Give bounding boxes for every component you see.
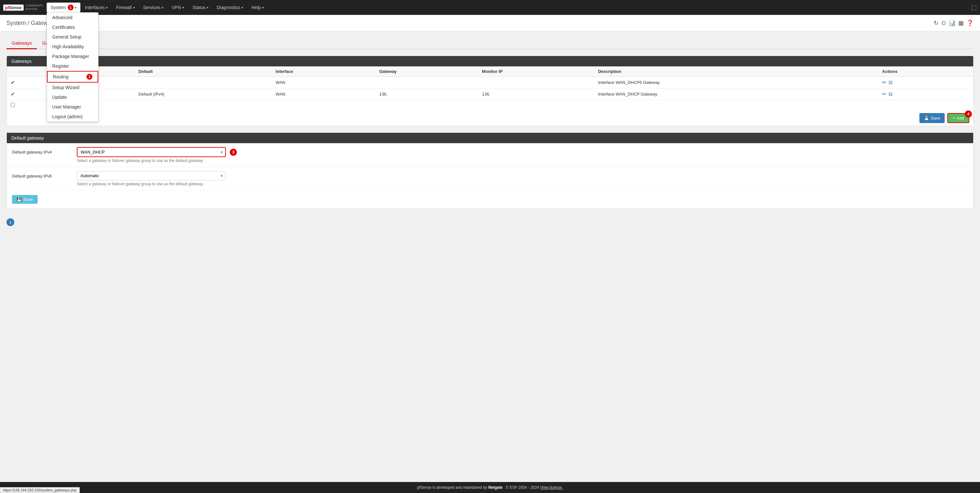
nav-menu: System 1 ▾ Advanced Certificates General… xyxy=(47,3,971,12)
firewall-label: Firewall xyxy=(116,5,132,10)
nav-item-status[interactable]: Status ▾ xyxy=(189,3,212,12)
circle-icon[interactable]: ⊙ xyxy=(941,19,946,27)
info-circle[interactable]: i xyxy=(6,218,14,226)
firewall-caret: ▾ xyxy=(133,6,135,10)
breadcrumb-separator: / xyxy=(27,20,31,26)
row2-edit-icon[interactable]: ✏ xyxy=(882,91,886,97)
table-icon[interactable]: ▦ xyxy=(958,19,964,27)
nav-link-help[interactable]: Help ▾ xyxy=(248,3,268,12)
dropdown-item-update[interactable]: Update xyxy=(47,92,98,102)
dropdown-item-package-manager[interactable]: Package Manager xyxy=(47,51,98,61)
chart-icon[interactable]: 📊 xyxy=(948,19,956,27)
ipv6-select[interactable]: Automatic WAN_DHCP6 None xyxy=(77,171,226,181)
nav-item-services[interactable]: Services ▾ xyxy=(139,3,167,12)
header-icons: ↻ ⊙ 📊 ▦ ❓ xyxy=(934,19,974,27)
ipv4-control-wrap: WAN_DHCP WAN_DHCP6 Automatic None ▾ 3 Se… xyxy=(77,147,968,163)
form-save-label: Save xyxy=(23,197,33,202)
logout-icon[interactable]: ⬚ xyxy=(971,4,977,11)
table-row: ✔ WAN Interface WAN_DHCP6 Gateway ✏ ⧉ xyxy=(7,77,973,89)
col-description: Description xyxy=(594,67,878,77)
dropdown-item-advanced[interactable]: Advanced xyxy=(47,13,98,22)
gateways-table: Name Default Interface Gateway Monitor I… xyxy=(7,67,973,111)
col-default: Default xyxy=(135,67,272,77)
row2-gateway: 136. xyxy=(375,89,478,100)
ipv4-help-text: Select a gateway or failover gateway gro… xyxy=(77,159,968,163)
gateways-card-header: Gateways xyxy=(7,56,973,67)
tab-gateways[interactable]: Gateways xyxy=(6,38,37,49)
row1-edit-icon[interactable]: ✏ xyxy=(882,80,886,85)
nav-link-system[interactable]: System 1 ▾ xyxy=(47,3,80,12)
routing-badge: 2 xyxy=(86,74,92,80)
row2-default: Default (IPv4) xyxy=(135,89,272,100)
ipv6-select-wrap: Automatic WAN_DHCP6 None ▾ xyxy=(77,171,226,181)
vpn-label: VPN xyxy=(172,5,181,10)
help-icon[interactable]: ❓ xyxy=(966,19,974,27)
row1-interface: WAN xyxy=(272,77,375,89)
row1-copy-icon[interactable]: ⧉ xyxy=(889,80,892,85)
dropdown-item-register[interactable]: Register xyxy=(47,61,98,71)
nav-item-vpn[interactable]: VPN ▾ xyxy=(168,3,188,12)
ipv4-select[interactable]: WAN_DHCP WAN_DHCP6 Automatic None xyxy=(77,147,226,157)
ipv4-row: Default gateway IPv4 WAN_DHCP WAN_DHCP6 … xyxy=(7,143,973,167)
col-actions: Actions xyxy=(878,67,973,77)
default-gateway-header: Default gateway xyxy=(7,133,973,143)
ipv6-control-wrap: Automatic WAN_DHCP6 None ▾ Select a gate… xyxy=(77,171,968,186)
dropdown-item-setup-wizard[interactable]: Setup Wizard xyxy=(47,82,98,92)
row2-copy-icon[interactable]: ⧉ xyxy=(889,91,892,97)
table-header-row: Name Default Interface Gateway Monitor I… xyxy=(7,67,973,77)
tabs: Gateways Gateway Groups xyxy=(6,38,974,49)
system-label: System xyxy=(51,5,66,10)
dropdown-item-certificates[interactable]: Certificates xyxy=(47,22,98,32)
nav-item-diagnostics[interactable]: Diagnostics ▾ xyxy=(213,3,247,12)
nav-item-interfaces[interactable]: Interfaces ▾ xyxy=(81,3,111,12)
ipv6-help-text: Select a gateway or failover gateway gro… xyxy=(77,182,968,186)
diagnostics-caret: ▾ xyxy=(242,6,243,10)
nav-link-firewall[interactable]: Firewall ▾ xyxy=(112,3,138,12)
help-label: Help xyxy=(251,5,261,10)
dropdown-item-routing[interactable]: Routing 2 xyxy=(47,71,98,82)
checkmark-icon: ✔ xyxy=(11,80,15,85)
page-header: System / Gateways ↻ ⊙ 📊 ▦ ❓ xyxy=(0,15,980,32)
table-footer: 💾 Save + Add 4 xyxy=(7,111,973,126)
help-caret: ▾ xyxy=(262,6,264,10)
interfaces-label: Interfaces xyxy=(85,5,105,10)
dropdown-item-logout[interactable]: Logout (admin) xyxy=(47,112,98,122)
nav-link-status[interactable]: Status ▾ xyxy=(189,3,212,12)
checkmark-icon-2: ✔ xyxy=(11,91,15,97)
dropdown-item-general-setup[interactable]: General Setup xyxy=(47,32,98,42)
services-caret: ▾ xyxy=(162,6,163,10)
row1-description: Interface WAN_DHCP6 Gateway xyxy=(594,77,878,89)
nav-link-vpn[interactable]: VPN ▾ xyxy=(168,3,188,12)
nav-link-services[interactable]: Services ▾ xyxy=(139,3,167,12)
refresh-icon[interactable]: ↻ xyxy=(934,19,939,27)
add-plus-icon: + xyxy=(953,116,955,120)
navbar-right: ⬚ xyxy=(971,4,977,11)
nav-item-firewall[interactable]: Firewall ▾ xyxy=(112,3,138,12)
status-caret: ▾ xyxy=(207,6,208,10)
select-all-checkbox[interactable] xyxy=(11,103,15,107)
nav-item-help[interactable]: Help ▾ xyxy=(248,3,268,12)
row1-monitor xyxy=(478,77,594,89)
brand: pfSense COMMUNITYEDITION xyxy=(3,4,43,11)
ipv4-select-wrap: WAN_DHCP WAN_DHCP6 Automatic None ▾ xyxy=(77,147,226,157)
table-row xyxy=(7,100,973,111)
row1-gateway xyxy=(375,77,478,89)
nav-item-system[interactable]: System 1 ▾ Advanced Certificates General… xyxy=(47,3,80,12)
row2-monitor: 136. xyxy=(478,89,594,100)
form-save-button[interactable]: 💾 Save xyxy=(12,195,38,204)
dropdown-item-user-manager[interactable]: User Manager xyxy=(47,102,98,112)
nav-link-interfaces[interactable]: Interfaces ▾ xyxy=(81,3,111,12)
status-label: Status xyxy=(192,5,205,10)
save-label: Save xyxy=(931,116,940,120)
interfaces-caret: ▾ xyxy=(106,6,108,10)
col-interface: Interface xyxy=(272,67,375,77)
system-caret: ▾ xyxy=(75,6,76,10)
vpn-caret: ▾ xyxy=(183,6,184,10)
brand-edition: COMMUNITYEDITION xyxy=(25,4,44,11)
save-button[interactable]: 💾 Save xyxy=(920,113,945,123)
add-annotation-badge: 4 xyxy=(965,111,972,117)
dropdown-item-high-availability[interactable]: High Availability xyxy=(47,42,98,51)
navbar: pfSense COMMUNITYEDITION System 1 ▾ Adva… xyxy=(0,0,980,15)
ipv4-label: Default gateway IPv4 xyxy=(12,147,77,154)
nav-link-diagnostics[interactable]: Diagnostics ▾ xyxy=(213,3,247,12)
